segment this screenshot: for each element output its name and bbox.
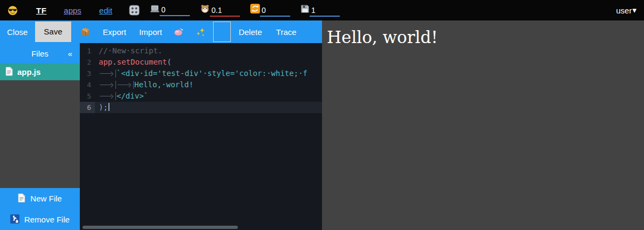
line-number: 2 (80, 57, 95, 68)
blank-button[interactable] (213, 22, 231, 42)
stat-value: 0 (260, 6, 290, 17)
code-editor[interactable]: 1//·New·script.2app.setDocument(3`<div·i… (80, 43, 322, 230)
tab-whitespace-icon (117, 79, 134, 90)
sync-arrows-icon (250, 4, 260, 17)
new-file-label: New File (30, 194, 61, 203)
delete-button[interactable]: Delete (235, 27, 265, 37)
new-file-icon (18, 193, 25, 204)
user-menu-label: user (616, 6, 632, 15)
code-token: </div>` (117, 92, 148, 100)
preview-pane: Hello, world! (322, 20, 644, 230)
tab-whitespace-icon (99, 79, 117, 90)
new-file-button[interactable]: New File (0, 188, 80, 209)
horizontal-scrollbar-thumb[interactable] (83, 226, 238, 229)
saves-meter: 1 (300, 4, 340, 17)
edit-link[interactable]: edit (99, 6, 112, 15)
code-token: `<div·id='test-div'·style='color:·white;… (117, 69, 307, 78)
code-token: Hello,·world! (134, 80, 194, 89)
code-text: //·New·script. (95, 45, 162, 57)
code-token: . (112, 58, 117, 66)
brand-link[interactable]: TF (36, 6, 46, 15)
dice-icon[interactable] (129, 5, 140, 16)
code-token: ( (167, 58, 171, 66)
apps-link[interactable]: apps (64, 6, 81, 15)
sidebar-actions: New File Remove File (0, 188, 80, 230)
file-item-appjs[interactable]: app.js (0, 64, 80, 80)
workspace: Files « app.js (0, 43, 322, 230)
remove-file-button[interactable]: Remove File (0, 209, 80, 230)
file-name: app.js (17, 67, 40, 76)
files-header: Files « (0, 43, 80, 64)
stat-value: 0.1 (210, 6, 240, 17)
code-line[interactable]: 3`<div·id='test-div'·style='color:·white… (80, 68, 322, 79)
line-number: 3 (80, 68, 95, 79)
trace-button[interactable]: Trace (273, 27, 300, 37)
collapse-sidebar-icon[interactable]: « (68, 49, 72, 58)
tab-whitespace-icon (99, 68, 117, 79)
code-lines: 1//·New·script.2app.setDocument(3`<div·i… (80, 45, 322, 113)
laptop-icon (150, 5, 160, 16)
stat-value: 1 (310, 6, 340, 17)
document-icon (5, 67, 13, 78)
text-cursor (108, 103, 109, 111)
code-token: setDocument (117, 58, 167, 66)
hamster-meter: 0.1 (200, 4, 240, 17)
code-line[interactable]: 6); (80, 102, 322, 113)
cpu-meter: 0 (150, 5, 190, 16)
code-line[interactable]: 4Hello,·world! (80, 79, 322, 90)
line-number: 1 (80, 45, 95, 57)
preview-text: Hello, world! (327, 27, 644, 47)
code-line[interactable]: 1//·New·script. (80, 45, 322, 57)
code-text: app.setDocument( (95, 57, 172, 68)
caret-down-icon: ▾ (632, 5, 636, 15)
screen: TF apps edit 0 (0, 0, 644, 230)
code-text: `<div·id='test-div'·style='color:·white;… (95, 68, 307, 79)
editor-panel: Close Save Export Import (0, 20, 322, 230)
package-icon[interactable] (80, 27, 91, 37)
line-number: 6 (80, 102, 95, 113)
sparkles-icon[interactable] (196, 27, 206, 37)
code-token: //·New·script. (99, 46, 162, 55)
import-button[interactable]: Import (136, 27, 166, 37)
code-line[interactable]: 5</div>` (80, 90, 322, 102)
files-sidebar: Files « app.js (0, 43, 80, 230)
top-navigation-bar: TF apps edit 0 (0, 0, 644, 20)
stat-value: 0 (160, 5, 190, 16)
sync-meter: 0 (250, 4, 290, 17)
code-text: Hello,·world! (95, 79, 194, 90)
code-text: ); (95, 102, 109, 113)
litter-bin-icon (10, 214, 19, 225)
editor-toolbar: Close Save Export Import (0, 20, 322, 43)
export-button[interactable]: Export (100, 27, 129, 37)
files-header-label: Files (31, 49, 49, 58)
hamster-icon (200, 4, 210, 17)
file-list-empty-area (0, 80, 80, 188)
code-token: app (99, 58, 112, 66)
line-number: 5 (80, 90, 95, 102)
user-menu[interactable]: user▾ (616, 5, 636, 15)
close-button[interactable]: Close (4, 27, 31, 37)
save-button[interactable]: Save (35, 22, 71, 42)
code-line[interactable]: 2app.setDocument( (80, 57, 322, 68)
code-text: </div>` (95, 90, 148, 102)
soap-icon[interactable] (174, 27, 184, 36)
line-number: 4 (80, 79, 95, 90)
floppy-disk-icon (300, 4, 310, 17)
sunglasses-face-icon (8, 5, 18, 16)
tab-whitespace-icon (99, 90, 117, 102)
remove-file-label: Remove File (24, 215, 70, 224)
code-token: ); (99, 103, 108, 111)
